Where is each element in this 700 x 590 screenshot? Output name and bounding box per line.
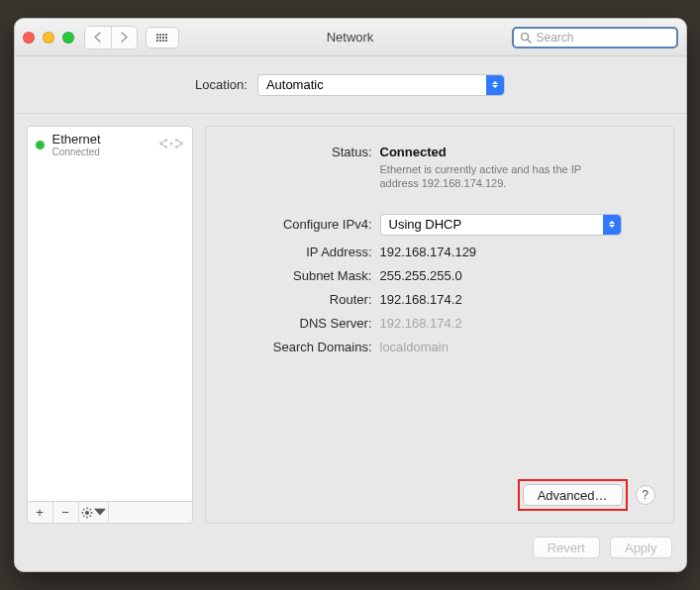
svg-line-14: [83, 509, 84, 510]
sidebar-toolbar: + −: [27, 502, 193, 524]
footer: Revert Apply: [15, 524, 686, 571]
ethernet-icon: [158, 135, 184, 156]
chevron-down-icon: [94, 507, 106, 519]
subnet-mask-value: 255.255.255.0: [380, 268, 655, 283]
traffic-lights: [23, 32, 74, 44]
router-value: 192.168.174.2: [380, 292, 655, 307]
minimize-icon[interactable]: [43, 32, 54, 44]
detail-panel: Status: Connected Ethernet is currently …: [205, 126, 674, 524]
configure-ipv4-value: Using DHCP: [389, 217, 462, 232]
search-input[interactable]: [537, 31, 685, 45]
window-title: Network: [327, 30, 374, 45]
status-value: Connected: [380, 145, 655, 159]
status-dot-icon: [36, 141, 45, 149]
svg-line-17: [89, 509, 90, 510]
search-field[interactable]: [512, 27, 678, 49]
configure-ipv4-label: Configure IPv4:: [224, 217, 372, 232]
svg-point-0: [521, 33, 528, 40]
zoom-icon[interactable]: [62, 32, 74, 44]
search-icon: [520, 32, 532, 44]
interface-status: Connected: [52, 147, 150, 157]
help-button[interactable]: ?: [636, 485, 655, 505]
titlebar: Network: [15, 19, 686, 56]
dns-server-value: 192.168.174.2: [380, 316, 655, 331]
add-interface-button[interactable]: +: [28, 502, 53, 523]
sidebar-column: Ethernet Connected + −: [27, 126, 193, 524]
search-domains-label: Search Domains:: [224, 340, 372, 354]
svg-point-2: [164, 139, 166, 141]
close-icon[interactable]: [23, 32, 35, 44]
interface-text: Ethernet Connected: [52, 133, 150, 157]
location-value: Automatic: [266, 77, 324, 92]
chevron-updown-icon: [486, 75, 504, 95]
status-cell: Connected Ethernet is currently active a…: [380, 145, 655, 191]
revert-button[interactable]: Revert: [533, 537, 600, 558]
dns-server-label: DNS Server:: [224, 316, 372, 331]
svg-point-9: [85, 511, 89, 515]
interface-item-ethernet[interactable]: Ethernet Connected: [28, 127, 192, 163]
network-preferences-window: Network Location: Automatic Ethernet Con…: [14, 18, 687, 572]
svg-point-4: [175, 139, 177, 141]
svg-line-15: [89, 515, 90, 516]
advanced-highlight: Advanced…: [518, 479, 628, 511]
gear-icon: [81, 507, 93, 519]
nav-buttons: [84, 26, 138, 49]
chevron-updown-icon: [603, 215, 621, 235]
interface-name: Ethernet: [52, 133, 150, 147]
svg-line-16: [83, 515, 84, 516]
remove-interface-button[interactable]: −: [53, 502, 79, 523]
apply-button[interactable]: Apply: [610, 537, 672, 558]
status-description: Ethernet is currently active and has the…: [380, 162, 618, 191]
detail-rows: Status: Connected Ethernet is currently …: [224, 145, 655, 354]
svg-point-3: [164, 146, 166, 148]
location-select[interactable]: Automatic: [257, 74, 505, 96]
content-area: Ethernet Connected + − Status: [15, 114, 686, 524]
advanced-row: Advanced… ?: [224, 479, 655, 511]
interface-action-menu[interactable]: [79, 502, 109, 523]
search-domains-value: localdomain: [380, 340, 655, 354]
subnet-mask-label: Subnet Mask:: [224, 268, 372, 283]
advanced-button[interactable]: Advanced…: [523, 484, 623, 506]
back-button[interactable]: [85, 27, 111, 49]
location-label: Location:: [195, 77, 248, 92]
status-label: Status:: [224, 145, 372, 159]
grid-icon: [156, 34, 167, 42]
svg-point-6: [169, 143, 171, 145]
show-all-button[interactable]: [146, 27, 179, 49]
configure-ipv4-select[interactable]: Using DHCP: [380, 214, 622, 236]
ip-address-value: 192.168.174.129: [380, 245, 655, 259]
location-bar: Location: Automatic: [15, 56, 686, 114]
router-label: Router:: [224, 292, 372, 307]
forward-button[interactable]: [111, 27, 137, 49]
interface-list[interactable]: Ethernet Connected: [27, 126, 193, 502]
svg-point-5: [175, 146, 177, 148]
ip-address-label: IP Address:: [224, 245, 372, 259]
svg-line-1: [528, 40, 531, 43]
